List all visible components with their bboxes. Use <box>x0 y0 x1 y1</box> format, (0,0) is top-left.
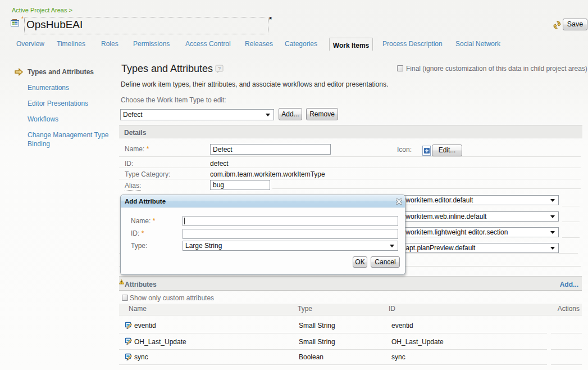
svg-text:?: ? <box>218 66 221 71</box>
